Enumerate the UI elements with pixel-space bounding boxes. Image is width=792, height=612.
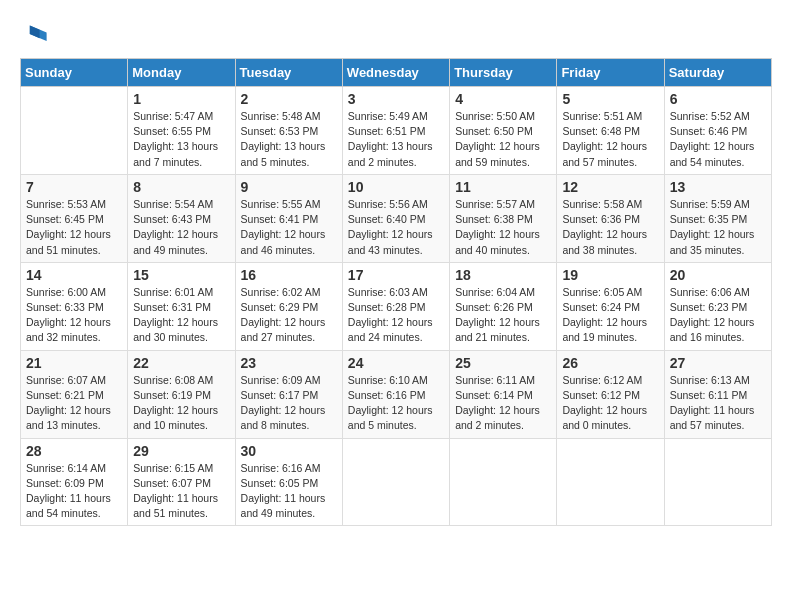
- calendar-cell: 10Sunrise: 5:56 AM Sunset: 6:40 PM Dayli…: [342, 174, 449, 262]
- day-info: Sunrise: 5:52 AM Sunset: 6:46 PM Dayligh…: [670, 109, 766, 170]
- weekday-header-wednesday: Wednesday: [342, 59, 449, 87]
- calendar-table: SundayMondayTuesdayWednesdayThursdayFrid…: [20, 58, 772, 526]
- day-info: Sunrise: 6:09 AM Sunset: 6:17 PM Dayligh…: [241, 373, 337, 434]
- page-header: [20, 20, 772, 48]
- day-info: Sunrise: 6:08 AM Sunset: 6:19 PM Dayligh…: [133, 373, 229, 434]
- day-info: Sunrise: 6:10 AM Sunset: 6:16 PM Dayligh…: [348, 373, 444, 434]
- day-info: Sunrise: 6:02 AM Sunset: 6:29 PM Dayligh…: [241, 285, 337, 346]
- calendar-cell: 7Sunrise: 5:53 AM Sunset: 6:45 PM Daylig…: [21, 174, 128, 262]
- calendar-cell: [21, 87, 128, 175]
- day-number: 23: [241, 355, 337, 371]
- day-number: 22: [133, 355, 229, 371]
- weekday-header-tuesday: Tuesday: [235, 59, 342, 87]
- day-info: Sunrise: 6:07 AM Sunset: 6:21 PM Dayligh…: [26, 373, 122, 434]
- calendar-cell: 17Sunrise: 6:03 AM Sunset: 6:28 PM Dayli…: [342, 262, 449, 350]
- day-info: Sunrise: 5:59 AM Sunset: 6:35 PM Dayligh…: [670, 197, 766, 258]
- calendar-cell: 19Sunrise: 6:05 AM Sunset: 6:24 PM Dayli…: [557, 262, 664, 350]
- calendar-cell: 6Sunrise: 5:52 AM Sunset: 6:46 PM Daylig…: [664, 87, 771, 175]
- day-info: Sunrise: 5:48 AM Sunset: 6:53 PM Dayligh…: [241, 109, 337, 170]
- day-info: Sunrise: 6:16 AM Sunset: 6:05 PM Dayligh…: [241, 461, 337, 522]
- day-number: 17: [348, 267, 444, 283]
- day-info: Sunrise: 6:05 AM Sunset: 6:24 PM Dayligh…: [562, 285, 658, 346]
- day-info: Sunrise: 6:14 AM Sunset: 6:09 PM Dayligh…: [26, 461, 122, 522]
- day-info: Sunrise: 5:54 AM Sunset: 6:43 PM Dayligh…: [133, 197, 229, 258]
- day-number: 10: [348, 179, 444, 195]
- day-number: 8: [133, 179, 229, 195]
- calendar-cell: 28Sunrise: 6:14 AM Sunset: 6:09 PM Dayli…: [21, 438, 128, 526]
- day-info: Sunrise: 6:13 AM Sunset: 6:11 PM Dayligh…: [670, 373, 766, 434]
- day-info: Sunrise: 5:57 AM Sunset: 6:38 PM Dayligh…: [455, 197, 551, 258]
- weekday-header-thursday: Thursday: [450, 59, 557, 87]
- day-info: Sunrise: 6:03 AM Sunset: 6:28 PM Dayligh…: [348, 285, 444, 346]
- day-info: Sunrise: 5:55 AM Sunset: 6:41 PM Dayligh…: [241, 197, 337, 258]
- svg-marker-1: [30, 26, 40, 39]
- calendar-cell: 13Sunrise: 5:59 AM Sunset: 6:35 PM Dayli…: [664, 174, 771, 262]
- day-info: Sunrise: 5:53 AM Sunset: 6:45 PM Dayligh…: [26, 197, 122, 258]
- day-info: Sunrise: 5:49 AM Sunset: 6:51 PM Dayligh…: [348, 109, 444, 170]
- day-number: 11: [455, 179, 551, 195]
- day-number: 24: [348, 355, 444, 371]
- logo-icon: [20, 20, 48, 48]
- calendar-cell: 30Sunrise: 6:16 AM Sunset: 6:05 PM Dayli…: [235, 438, 342, 526]
- calendar-cell: 9Sunrise: 5:55 AM Sunset: 6:41 PM Daylig…: [235, 174, 342, 262]
- logo: [20, 20, 52, 48]
- calendar-cell: 26Sunrise: 6:12 AM Sunset: 6:12 PM Dayli…: [557, 350, 664, 438]
- calendar-cell: 16Sunrise: 6:02 AM Sunset: 6:29 PM Dayli…: [235, 262, 342, 350]
- day-info: Sunrise: 6:00 AM Sunset: 6:33 PM Dayligh…: [26, 285, 122, 346]
- day-info: Sunrise: 6:11 AM Sunset: 6:14 PM Dayligh…: [455, 373, 551, 434]
- calendar-cell: 14Sunrise: 6:00 AM Sunset: 6:33 PM Dayli…: [21, 262, 128, 350]
- day-number: 9: [241, 179, 337, 195]
- calendar-cell: 27Sunrise: 6:13 AM Sunset: 6:11 PM Dayli…: [664, 350, 771, 438]
- calendar-week-row: 1Sunrise: 5:47 AM Sunset: 6:55 PM Daylig…: [21, 87, 772, 175]
- calendar-cell: 25Sunrise: 6:11 AM Sunset: 6:14 PM Dayli…: [450, 350, 557, 438]
- calendar-cell: 21Sunrise: 6:07 AM Sunset: 6:21 PM Dayli…: [21, 350, 128, 438]
- day-info: Sunrise: 6:04 AM Sunset: 6:26 PM Dayligh…: [455, 285, 551, 346]
- weekday-header-row: SundayMondayTuesdayWednesdayThursdayFrid…: [21, 59, 772, 87]
- day-info: Sunrise: 5:58 AM Sunset: 6:36 PM Dayligh…: [562, 197, 658, 258]
- day-number: 15: [133, 267, 229, 283]
- day-info: Sunrise: 6:12 AM Sunset: 6:12 PM Dayligh…: [562, 373, 658, 434]
- calendar-cell: 29Sunrise: 6:15 AM Sunset: 6:07 PM Dayli…: [128, 438, 235, 526]
- calendar-cell: 5Sunrise: 5:51 AM Sunset: 6:48 PM Daylig…: [557, 87, 664, 175]
- calendar-cell: [664, 438, 771, 526]
- calendar-cell: 23Sunrise: 6:09 AM Sunset: 6:17 PM Dayli…: [235, 350, 342, 438]
- day-number: 19: [562, 267, 658, 283]
- weekday-header-saturday: Saturday: [664, 59, 771, 87]
- calendar-cell: 24Sunrise: 6:10 AM Sunset: 6:16 PM Dayli…: [342, 350, 449, 438]
- calendar-cell: [450, 438, 557, 526]
- day-number: 5: [562, 91, 658, 107]
- day-number: 26: [562, 355, 658, 371]
- day-number: 25: [455, 355, 551, 371]
- calendar-week-row: 28Sunrise: 6:14 AM Sunset: 6:09 PM Dayli…: [21, 438, 772, 526]
- calendar-cell: 20Sunrise: 6:06 AM Sunset: 6:23 PM Dayli…: [664, 262, 771, 350]
- day-info: Sunrise: 5:51 AM Sunset: 6:48 PM Dayligh…: [562, 109, 658, 170]
- calendar-cell: 8Sunrise: 5:54 AM Sunset: 6:43 PM Daylig…: [128, 174, 235, 262]
- day-number: 20: [670, 267, 766, 283]
- day-number: 30: [241, 443, 337, 459]
- calendar-week-row: 14Sunrise: 6:00 AM Sunset: 6:33 PM Dayli…: [21, 262, 772, 350]
- day-info: Sunrise: 6:01 AM Sunset: 6:31 PM Dayligh…: [133, 285, 229, 346]
- day-number: 4: [455, 91, 551, 107]
- day-number: 13: [670, 179, 766, 195]
- calendar-cell: 3Sunrise: 5:49 AM Sunset: 6:51 PM Daylig…: [342, 87, 449, 175]
- day-info: Sunrise: 5:47 AM Sunset: 6:55 PM Dayligh…: [133, 109, 229, 170]
- day-number: 28: [26, 443, 122, 459]
- day-number: 6: [670, 91, 766, 107]
- day-info: Sunrise: 5:50 AM Sunset: 6:50 PM Dayligh…: [455, 109, 551, 170]
- day-number: 16: [241, 267, 337, 283]
- calendar-cell: [342, 438, 449, 526]
- calendar-cell: 2Sunrise: 5:48 AM Sunset: 6:53 PM Daylig…: [235, 87, 342, 175]
- weekday-header-sunday: Sunday: [21, 59, 128, 87]
- calendar-cell: 4Sunrise: 5:50 AM Sunset: 6:50 PM Daylig…: [450, 87, 557, 175]
- day-number: 27: [670, 355, 766, 371]
- day-number: 21: [26, 355, 122, 371]
- day-number: 1: [133, 91, 229, 107]
- calendar-cell: 12Sunrise: 5:58 AM Sunset: 6:36 PM Dayli…: [557, 174, 664, 262]
- day-info: Sunrise: 6:15 AM Sunset: 6:07 PM Dayligh…: [133, 461, 229, 522]
- day-number: 14: [26, 267, 122, 283]
- calendar-cell: [557, 438, 664, 526]
- day-number: 2: [241, 91, 337, 107]
- day-info: Sunrise: 6:06 AM Sunset: 6:23 PM Dayligh…: [670, 285, 766, 346]
- weekday-header-monday: Monday: [128, 59, 235, 87]
- calendar-week-row: 7Sunrise: 5:53 AM Sunset: 6:45 PM Daylig…: [21, 174, 772, 262]
